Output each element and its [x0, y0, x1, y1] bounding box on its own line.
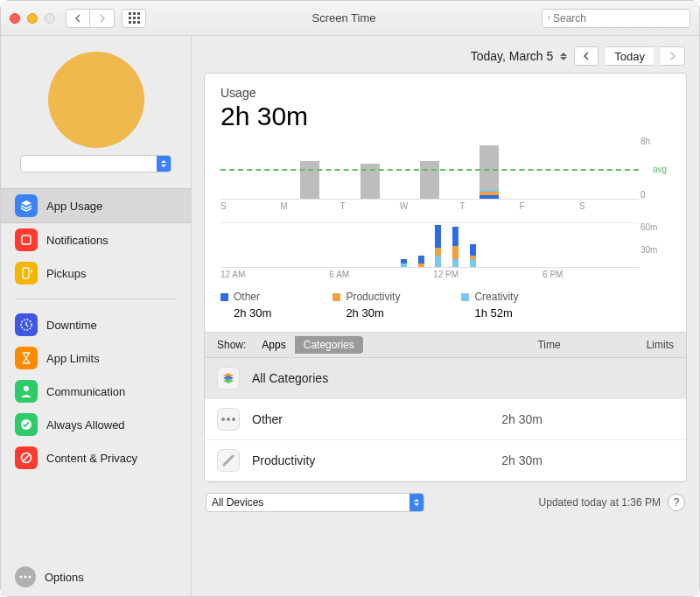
- sidebar: App UsageNotificationsPickupsDowntimeApp…: [1, 36, 192, 596]
- legend-label: Other: [234, 291, 260, 303]
- legend-value: 1h 52m: [461, 306, 518, 320]
- table-header: Show: AppsCategories Time Limits: [205, 333, 686, 358]
- sidebar-item-label: App Limits: [46, 352, 100, 365]
- legend-item: Creativity1h 52m: [461, 291, 518, 320]
- user-avatar: [48, 52, 144, 148]
- sidebar-item-content-privacy[interactable]: Content & Privacy: [1, 441, 191, 474]
- brush-icon: [217, 449, 240, 472]
- sidebar-item-downtime[interactable]: Downtime: [1, 308, 191, 341]
- weekly-chart[interactable]: avg 8h0 SMTWTFS: [220, 137, 670, 214]
- hourly-chart[interactable]: 60m30m 12 AM6 AM12 PM6 PM: [220, 222, 670, 282]
- row-time: 2h 30m: [501, 412, 542, 426]
- search-input[interactable]: [553, 12, 684, 25]
- today-button[interactable]: Today: [606, 46, 654, 66]
- titlebar: Screen Time: [1, 1, 699, 36]
- usage-panel: Usage 2h 30m avg 8h0 SMTWTFS: [204, 73, 687, 482]
- sidebar-item-label: Notifications: [46, 234, 108, 247]
- search-icon: [548, 13, 550, 24]
- layers-icon: [15, 194, 38, 217]
- legend-value: 2h 30m: [220, 306, 271, 320]
- svg-point-12: [221, 418, 225, 421]
- tab-categories[interactable]: Categories: [295, 336, 363, 354]
- svg-line-8: [23, 454, 30, 461]
- date-stepper-icon[interactable]: [560, 53, 567, 60]
- sidebar-item-app-limits[interactable]: App Limits: [1, 341, 191, 375]
- legend-swatch: [461, 293, 469, 301]
- svg-rect-2: [22, 235, 31, 244]
- footer: All Devices Updated today at 1:36 PM ?: [192, 482, 699, 523]
- search-field[interactable]: [542, 9, 690, 28]
- sidebar-item-app-usage[interactable]: App Usage: [1, 188, 191, 223]
- legend-item: Other2h 30m: [220, 291, 271, 320]
- legend-value: 2h 30m: [332, 306, 400, 320]
- usage-label: Usage: [220, 86, 670, 100]
- svg-point-13: [227, 418, 230, 421]
- chevron-up-down-icon: [410, 494, 424, 511]
- legend-swatch: [220, 293, 228, 301]
- devices-select[interactable]: All Devices: [206, 493, 424, 512]
- options-label: Options: [45, 571, 84, 584]
- nav-back-forward: [66, 9, 115, 28]
- user-select[interactable]: [20, 155, 172, 172]
- row-label: Productivity: [252, 453, 315, 467]
- check-icon: [15, 413, 38, 436]
- sidebar-item-label: Always Allowed: [46, 418, 125, 432]
- legend-item: Productivity2h 30m: [332, 291, 400, 320]
- legend: Other2h 30mProductivity2h 30mCreativity1…: [205, 282, 686, 332]
- person-icon: [15, 380, 38, 403]
- row-label: Other: [252, 412, 283, 426]
- bell-icon: [15, 228, 38, 251]
- svg-point-11: [29, 576, 32, 579]
- prev-day-button[interactable]: [574, 46, 598, 66]
- usage-value: 2h 30m: [220, 102, 670, 131]
- svg-point-0: [550, 14, 550, 20]
- window-controls: [10, 13, 55, 24]
- row-time: 2h 30m: [501, 453, 542, 467]
- svg-rect-3: [23, 268, 29, 278]
- sidebar-item-notifications[interactable]: Notifications: [1, 223, 191, 256]
- next-day-button[interactable]: [661, 46, 685, 66]
- updated-label: Updated today at 1:36 PM: [539, 496, 661, 509]
- table-row[interactable]: All Categories: [205, 358, 686, 399]
- content-area: Today, March 5 Today Usage 2h 30m: [192, 36, 699, 596]
- dots-icon: [217, 408, 240, 431]
- col-time-header: Time: [537, 339, 560, 351]
- sidebar-item-label: Downtime: [46, 319, 97, 332]
- legend-swatch: [332, 293, 340, 301]
- row-label: All Categories: [252, 371, 328, 385]
- category-table: Show: AppsCategories Time Limits All Cat…: [205, 332, 686, 481]
- clock-icon: [15, 313, 38, 336]
- svg-point-9: [20, 576, 23, 579]
- svg-point-10: [24, 576, 27, 579]
- svg-point-5: [24, 386, 29, 391]
- screen-time-window: Screen Time App UsageNotificationsPickup…: [0, 0, 700, 597]
- pickup-icon: [15, 262, 38, 284]
- date-selector-row: Today, March 5 Today: [192, 36, 699, 73]
- sidebar-item-always-allowed[interactable]: Always Allowed: [1, 408, 191, 441]
- date-label[interactable]: Today, March 5: [471, 49, 554, 63]
- window-title: Screen Time: [146, 11, 542, 25]
- show-all-prefs-button[interactable]: [122, 9, 146, 28]
- svg-point-14: [232, 418, 235, 421]
- sidebar-item-label: App Usage: [46, 200, 102, 213]
- col-limits-header: Limits: [647, 339, 674, 351]
- forward-button[interactable]: [90, 9, 115, 28]
- close-icon[interactable]: [10, 13, 20, 24]
- chevron-up-down-icon: [157, 156, 171, 172]
- sidebar-item-communication[interactable]: Communication: [1, 375, 191, 408]
- show-label: Show:: [217, 339, 246, 351]
- ban-icon: [15, 446, 38, 469]
- legend-label: Creativity: [474, 291, 518, 303]
- sidebar-item-pickups[interactable]: Pickups: [1, 256, 191, 290]
- help-button[interactable]: ?: [668, 494, 685, 511]
- table-row[interactable]: Other2h 30m: [205, 399, 686, 440]
- sidebar-item-label: Pickups: [46, 267, 87, 280]
- table-row[interactable]: Productivity2h 30m: [205, 440, 686, 481]
- ellipsis-icon: [15, 566, 36, 587]
- back-button[interactable]: [66, 9, 90, 28]
- options-button[interactable]: Options: [1, 558, 191, 596]
- tab-apps[interactable]: Apps: [253, 336, 294, 354]
- stack-icon: [217, 367, 240, 390]
- zoom-icon: [45, 13, 55, 24]
- minimize-icon[interactable]: [27, 13, 38, 24]
